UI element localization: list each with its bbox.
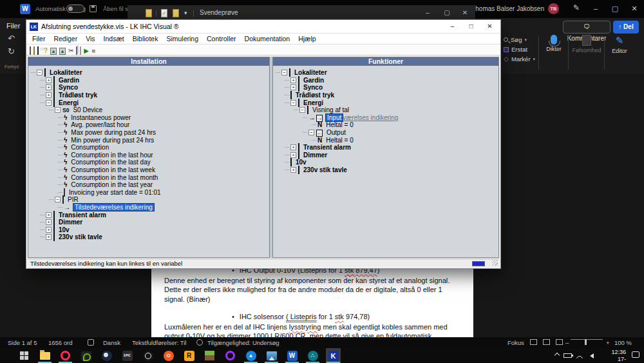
taskbar-nvidia-geforce-icon[interactable] (80, 349, 92, 362)
run-simulation-icon[interactable]: ▶ (84, 44, 89, 55)
document-icon[interactable] (146, 9, 152, 17)
funktioner-node-230v-stik-tavle[interactable]: +230v stik tavle (273, 166, 498, 174)
funktioner-node-heltal-0[interactable]: NHeltal = 0 (273, 136, 498, 144)
installation-node-transient-alarm[interactable]: +Transient alarm (28, 211, 269, 219)
funktioner-node-synco[interactable]: +Synco (273, 84, 498, 92)
installation-node-consumption[interactable]: ϟConsumption (28, 144, 269, 152)
installation-node-lokaliteter[interactable]: −Lokaliteter (28, 69, 269, 77)
tree-expander[interactable]: + (46, 77, 52, 83)
menu-filer[interactable]: Filer (32, 35, 45, 43)
tree-expander[interactable]: − (55, 197, 61, 202)
taskbar-opera-gx-icon[interactable] (59, 349, 71, 362)
print-layout-icon[interactable] (543, 339, 550, 345)
taskbar-file-explorer-icon[interactable] (39, 349, 51, 362)
installation-node-synco[interactable]: +Synco (28, 84, 269, 92)
tree-expander[interactable]: − (281, 70, 287, 75)
page-count[interactable]: Side 1 af 5 (8, 339, 37, 346)
installation-node-consumption-in-the-last-hour[interactable]: ϟConsumption in the last hour (28, 152, 269, 159)
installation-node-instantaneous-power[interactable]: ϟInstantaneous power (28, 114, 269, 122)
word-app-icon[interactable]: W (20, 4, 30, 14)
avatar[interactable]: TB (548, 3, 559, 14)
menu-simulering[interactable]: Simulering (166, 35, 198, 43)
installation-node-consumption-in-the-last-week[interactable]: ϟConsumption in the last week (28, 166, 269, 174)
funktioner-node-10v[interactable]: 10v (273, 159, 498, 166)
word-restore-button[interactable]: ▢ (605, 0, 625, 17)
upload-project-icon[interactable]: ▲ (59, 44, 66, 55)
language[interactable]: Dansk (103, 339, 120, 346)
ihc-close-button[interactable]: ✕ (480, 20, 499, 33)
zoom-level[interactable]: 100 % (614, 339, 632, 346)
funktioner-node-trådløst-tryk[interactable]: Trådløst tryk (273, 92, 498, 99)
funktioner-node-heltal-0[interactable]: NHeltal = 0 (273, 121, 498, 129)
tree-expander[interactable]: + (290, 77, 296, 83)
tree-expander[interactable]: + (290, 144, 296, 150)
tree-expander[interactable]: − (299, 107, 305, 113)
web-layout-icon[interactable] (556, 339, 563, 345)
tray-expand-icon[interactable] (554, 353, 560, 358)
taskbar-blue-app-icon[interactable]: ▲ (245, 349, 257, 362)
installation-node-trådløst-tryk[interactable]: +Trådløst tryk (28, 92, 269, 99)
taskbar-ihc-visual-icon[interactable]: K (327, 349, 339, 362)
installation-node-avg-power-last-hour[interactable]: ϟAvg. power/last hour (28, 121, 269, 129)
sensitivity-button[interactable]: Følsomhed (572, 35, 601, 54)
menu-bibliotek[interactable]: Bibliotek (133, 35, 158, 43)
battery-icon[interactable] (564, 353, 572, 358)
tree-expander[interactable]: − (308, 130, 314, 135)
search-button[interactable]: Søg▾ (504, 35, 535, 44)
tree-expander[interactable]: + (46, 227, 52, 233)
svendeprove-maximize-button[interactable]: ▢ (438, 5, 456, 21)
stop-simulation-icon[interactable]: ■ (91, 44, 95, 55)
zoom-out-button[interactable]: – (565, 339, 569, 346)
funktioner-node-visning-af-tal[interactable]: −Visning af tal (273, 106, 498, 114)
notifications-icon[interactable] (632, 351, 639, 358)
comments-button[interactable]: 🗨 Kommentarer (563, 21, 611, 34)
installation-node-min-power-during-past-24-hrs[interactable]: ϟMin power during past 24 hrs (28, 136, 269, 144)
svendeprove-minimize-button[interactable]: – (419, 5, 437, 21)
funktioner-node-input[interactable]: →→Inputværelses indikering (273, 114, 498, 122)
word-count[interactable]: 1656 ord (48, 339, 73, 346)
tree-expander[interactable]: − (46, 100, 52, 106)
installation-node-consumption-in-the-last-year[interactable]: ϟConsumption in the last year (28, 181, 269, 189)
installation-node-consumption-in-the-last-month[interactable]: ϟConsumption in the last month (28, 173, 269, 181)
open-file-icon[interactable] (33, 44, 35, 55)
taskbar-start-icon[interactable] (18, 349, 30, 362)
autosave-toggle[interactable] (66, 5, 84, 13)
ihc-maximize-button[interactable]: □ (462, 20, 480, 33)
save-icon[interactable] (90, 5, 97, 12)
installation-node-dimmer[interactable]: +Dimmer (28, 219, 269, 226)
funktioner-node-lokaliteter[interactable]: −Lokaliteter (273, 69, 498, 77)
tree-expander[interactable]: + (290, 167, 296, 173)
taskbar-word-icon[interactable]: W (286, 349, 298, 362)
clock[interactable]: 12:36 17-08-2022 (611, 349, 626, 363)
menu-controller[interactable]: Controller (207, 35, 236, 43)
tree-expander[interactable]: + (46, 84, 52, 90)
tree-expander[interactable]: + (46, 234, 52, 240)
proofing-icon[interactable] (88, 339, 94, 346)
installation-node-max-power-during-past-24-hrs[interactable]: ϟMax power during past 24 hrs (28, 129, 269, 137)
zoom-slider-thumb[interactable] (585, 339, 587, 345)
taskbar-epic-games-icon[interactable]: EPIC (121, 349, 133, 362)
taskbar-steam-icon[interactable] (100, 349, 113, 362)
installation-node-s0-device[interactable]: −S0S0 Device (28, 106, 269, 114)
taskbar-origin-icon[interactable]: O (162, 349, 175, 362)
volume-icon[interactable] (590, 353, 594, 358)
taskbar-photos-icon[interactable] (265, 349, 278, 362)
menu-inds-t[interactable]: Indsæt (104, 35, 124, 43)
menu-rediger[interactable]: Rediger (53, 35, 77, 43)
taskbar-ubisoft-connect-icon[interactable] (142, 349, 154, 362)
taskbar-purple-app-icon[interactable] (224, 349, 236, 362)
replace-button[interactable]: Erstat (504, 44, 535, 54)
file-tab[interactable]: Filer (6, 22, 20, 30)
dictate-button[interactable]: Dikter (542, 35, 565, 52)
tree-expander[interactable]: − (37, 70, 43, 75)
installation-tree[interactable]: −Lokaliteter+Gardin+Synco+Trådløst tryk−… (28, 66, 269, 257)
focus-mode[interactable]: Fokus (507, 339, 524, 346)
text-predictions[interactable]: Tekstfuldførelser: Til (132, 339, 186, 346)
menu-dokumentation[interactable]: Dokumentation (245, 35, 290, 43)
tree-expander[interactable]: + (290, 84, 296, 90)
read-mode-icon[interactable] (530, 339, 537, 345)
undo-icon[interactable]: ↶ (8, 34, 15, 43)
taskbar-teal-app-icon[interactable]: ∴ (307, 349, 319, 362)
installation-node-10v[interactable]: +10v (28, 226, 269, 233)
installation-node-energi[interactable]: −Energi (28, 99, 269, 106)
